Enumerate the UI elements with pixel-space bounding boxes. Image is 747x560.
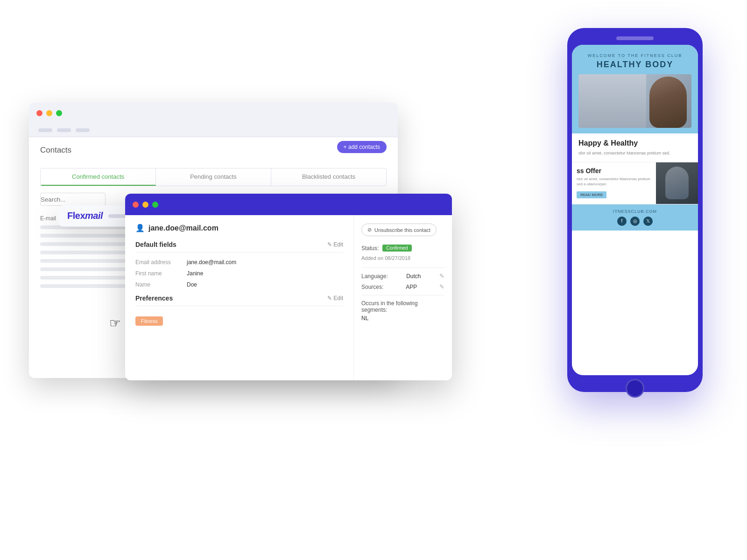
sources-value: APP <box>406 284 417 290</box>
contacts-tabs: Confirmed contacts Pending contacts Blac… <box>40 168 387 186</box>
field-name: Name Doe <box>135 281 343 288</box>
hero-figure <box>649 77 687 128</box>
field-firstname: First name Janine <box>135 270 343 277</box>
default-fields-header: Default fields ✎ Edit <box>135 241 343 252</box>
detail-close-light[interactable] <box>133 202 139 208</box>
sources-label: Sources: <box>361 284 383 290</box>
phone-home-button[interactable] <box>626 379 644 398</box>
field-firstname-label: First name <box>135 270 187 277</box>
hero-bg <box>578 74 646 128</box>
phone-notch <box>616 36 654 40</box>
offer-section: ss Offer ntor sit amet, consectetur Maec… <box>572 162 698 204</box>
sub-nav-3 <box>76 128 90 132</box>
language-edit-icon[interactable]: ✎ <box>439 273 444 280</box>
contact-email-display: jane.doe@mail.com <box>148 224 218 232</box>
field-name-label: Name <box>135 281 187 288</box>
offer-desc: ntor sit amet, consectetur Maecenas pret… <box>577 176 651 187</box>
tab-blacklisted[interactable]: Blacklisted contacts <box>271 168 386 186</box>
segments-label: Occurs in the following segments: <box>361 300 444 313</box>
sources-row: Sources: APP ✎ <box>361 283 444 290</box>
add-contacts-button[interactable]: + add contacts <box>337 141 387 153</box>
unsubscribe-button[interactable]: ⊘ Unsubscribe this contact <box>361 224 437 236</box>
offer-text-panel: ss Offer ntor sit amet, consectetur Maec… <box>572 162 656 204</box>
happy-section: Happy & Healthy olor sit amet, consectet… <box>572 133 698 162</box>
unsubscribe-icon: ⊘ <box>367 227 372 233</box>
preferences-edit[interactable]: ✎ Edit <box>327 295 343 301</box>
preferences-section: Preferences ✎ Edit Fitness <box>135 294 343 326</box>
happy-text: olor sit amet, consectetur Mancenas pret… <box>578 150 691 156</box>
contact-person-icon: 👤 <box>135 224 145 232</box>
flexmail-logo: Flexmail <box>67 210 103 221</box>
maximize-traffic-light[interactable] <box>56 110 62 116</box>
happy-title: Happy & Healthy <box>578 139 691 147</box>
contact-right-panel: ⊘ Unsubscribe this contact Status: Confi… <box>354 215 452 380</box>
minimize-traffic-light[interactable] <box>46 110 52 116</box>
divider-1 <box>361 267 444 268</box>
offer-title: ss Offer <box>577 167 651 175</box>
default-fields-edit[interactable]: ✎ Edit <box>327 241 343 248</box>
preferences-title: Preferences <box>135 294 173 302</box>
language-value: Dutch <box>406 273 421 280</box>
hero-image <box>578 74 691 128</box>
search-input[interactable] <box>40 193 106 206</box>
email-subtitle: Welcome to the fitness club <box>578 53 691 58</box>
tab-confirmed[interactable]: Confirmed contacts <box>41 168 156 186</box>
default-fields-title: Default fields <box>135 241 176 248</box>
phone-mockup: Welcome to the fitness club HEALTHY BODY… <box>567 28 703 392</box>
twitter-icon[interactable]: 𝕏 <box>643 217 653 226</box>
facebook-icon[interactable]: f <box>617 217 627 226</box>
offer-image <box>656 162 698 204</box>
preferences-header: Preferences ✎ Edit <box>135 294 343 306</box>
detail-titlebar <box>125 194 452 215</box>
sources-edit-icon[interactable]: ✎ <box>439 283 444 290</box>
offer-figure <box>665 167 689 199</box>
added-date: Added on 08/27/2018 <box>361 255 444 261</box>
email-header: Welcome to the fitness club HEALTHY BODY <box>572 45 698 133</box>
contact-detail-window: 👤 jane.doe@mail.com Default fields ✎ Edi… <box>125 194 452 380</box>
cursor-hand-icon: ☞ <box>109 315 121 331</box>
fitness-tag[interactable]: Fitness <box>135 316 163 326</box>
email-title: HEALTHY BODY <box>578 60 691 70</box>
detail-minimize-light[interactable] <box>142 202 148 208</box>
contact-email-row: 👤 jane.doe@mail.com <box>135 224 343 232</box>
detail-maximize-light[interactable] <box>152 202 158 208</box>
field-email-label: Email address <box>135 259 187 266</box>
segment-value: NL <box>361 315 444 322</box>
nav-item-1[interactable] <box>108 214 127 218</box>
field-email-value: jane.doe@mail.com <box>187 259 236 266</box>
field-email: Email address jane.doe@mail.com <box>135 259 343 266</box>
language-label: Language: <box>361 273 388 280</box>
field-name-value: Doe <box>187 281 197 288</box>
contact-left-panel: 👤 jane.doe@mail.com Default fields ✎ Edi… <box>125 215 354 380</box>
divider-2 <box>361 295 444 295</box>
detail-body: 👤 jane.doe@mail.com Default fields ✎ Edi… <box>125 215 452 380</box>
window-titlebar <box>29 103 398 123</box>
instagram-icon[interactable]: ◎ <box>630 217 640 226</box>
sub-nav-2 <box>57 128 71 132</box>
sub-nav <box>29 123 398 137</box>
status-label: Status: <box>361 245 379 252</box>
page-title: Contacts <box>40 146 71 155</box>
sub-nav-1 <box>38 128 52 132</box>
tab-pending[interactable]: Pending contacts <box>156 168 271 186</box>
footer-social-icons: f ◎ 𝕏 <box>578 217 691 226</box>
language-row: Language: Dutch ✎ <box>361 273 444 280</box>
status-row: Status: Confirmed <box>361 245 444 252</box>
footer-domain: ITNESSCLUB.COM <box>578 209 691 214</box>
phone-screen: Welcome to the fitness club HEALTHY BODY… <box>572 45 698 375</box>
email-footer: ITNESSCLUB.COM f ◎ 𝕏 <box>572 204 698 231</box>
read-more-button[interactable]: READ MORE <box>577 191 606 198</box>
field-firstname-value: Janine <box>187 270 203 277</box>
status-badge: Confirmed <box>382 245 411 252</box>
close-traffic-light[interactable] <box>36 110 42 116</box>
